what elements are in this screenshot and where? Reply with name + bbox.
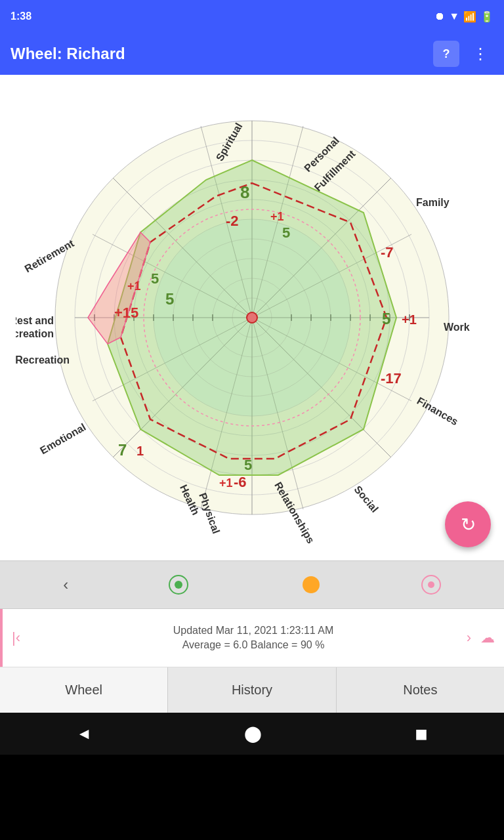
nav-dot-green[interactable] bbox=[169, 575, 188, 595]
status-icons: ⏺ ▼ 📶 🔋 bbox=[434, 10, 494, 23]
val-ret-change2: +1 bbox=[127, 280, 141, 293]
status-time: 1:38 bbox=[10, 10, 32, 22]
val-retirement: 5 bbox=[165, 290, 174, 308]
nav-prev-arrow[interactable]: ‹ bbox=[63, 576, 68, 594]
val-relationships: 5 bbox=[244, 457, 252, 473]
radar-container: Spiritual Personal Fulfillment Family Wo… bbox=[0, 75, 504, 560]
val-ret2: 5 bbox=[151, 270, 159, 287]
val-retirement-change: +15 bbox=[114, 304, 138, 321]
app-title: Wheel: Richard bbox=[10, 45, 125, 63]
info-stats: Average = 6.0 Balance = 90 % bbox=[182, 639, 325, 651]
info-updated: Updated Mar 11, 2021 1:23:11 AM bbox=[173, 625, 334, 637]
label-rest2: Recreation bbox=[16, 328, 54, 339]
nav-toggle-thumb bbox=[303, 576, 320, 593]
info-next-button[interactable]: › bbox=[467, 629, 471, 646]
val-spiritual-prev: -2 bbox=[226, 213, 239, 229]
menu-button[interactable]: ⋮ bbox=[467, 41, 494, 67]
tab-wheel[interactable]: Wheel bbox=[0, 667, 168, 713]
main-content: Spiritual Personal Fulfillment Family Wo… bbox=[0, 75, 504, 713]
podcast-icon: ⏺ bbox=[434, 10, 445, 22]
refresh-fab[interactable]: ↻ bbox=[445, 501, 491, 547]
val-spiritual-current: 8 bbox=[240, 182, 249, 202]
val-emotional2: 1 bbox=[136, 444, 144, 458]
app-bar: Wheel: Richard ? ⋮ bbox=[0, 33, 504, 75]
radar-chart: Spiritual Personal Fulfillment Family Wo… bbox=[16, 81, 488, 554]
val-rel-change: +1 bbox=[219, 476, 233, 490]
wifi-icon: ▼ bbox=[449, 10, 459, 22]
val-work: 5 bbox=[382, 310, 390, 327]
val-spiritual-change: +1 bbox=[270, 210, 284, 223]
info-bar: |‹ Updated Mar 11, 2021 1:23:11 AM Avera… bbox=[0, 609, 504, 667]
back-button[interactable]: ◄ bbox=[76, 724, 92, 743]
cloud-icon: ☁ bbox=[480, 629, 495, 646]
label-social: Social bbox=[352, 484, 381, 514]
status-bar: 1:38 ⏺ ▼ 📶 🔋 bbox=[0, 0, 504, 33]
val-emotional: 7 bbox=[118, 441, 127, 459]
label-emotional: Emotional bbox=[38, 421, 87, 456]
nav-dots: ‹ bbox=[0, 560, 504, 609]
label-family: Family bbox=[416, 197, 450, 208]
recents-button[interactable]: ◼ bbox=[415, 724, 428, 743]
help-button[interactable]: ? bbox=[433, 41, 459, 67]
nav-dot-orange[interactable] bbox=[288, 575, 321, 595]
label-work: Work bbox=[444, 322, 470, 333]
val-finances: -17 bbox=[381, 370, 402, 387]
nav-dot-pink[interactable] bbox=[421, 575, 441, 595]
android-nav-bar: ◄ ⬤ ◼ bbox=[0, 713, 504, 755]
val-rel-prev: -6 bbox=[234, 474, 247, 490]
val-work-change: +1 bbox=[402, 312, 417, 327]
svg-point-43 bbox=[247, 312, 257, 323]
bottom-tabs: Wheel History Notes bbox=[0, 667, 504, 713]
label-recreation: Recreation bbox=[16, 354, 70, 366]
battery-icon: 🔋 bbox=[480, 10, 494, 23]
info-first-button[interactable]: |‹ bbox=[12, 629, 20, 646]
val-spiritual-new: 5 bbox=[282, 224, 290, 241]
signal-icon: 📶 bbox=[463, 10, 476, 23]
label-rest: Rest and bbox=[16, 315, 54, 326]
val-family: -7 bbox=[381, 244, 394, 261]
tab-history[interactable]: History bbox=[168, 667, 336, 713]
tab-notes[interactable]: Notes bbox=[337, 667, 504, 713]
app-bar-actions: ? ⋮ bbox=[433, 41, 494, 67]
home-button[interactable]: ⬤ bbox=[244, 724, 262, 743]
